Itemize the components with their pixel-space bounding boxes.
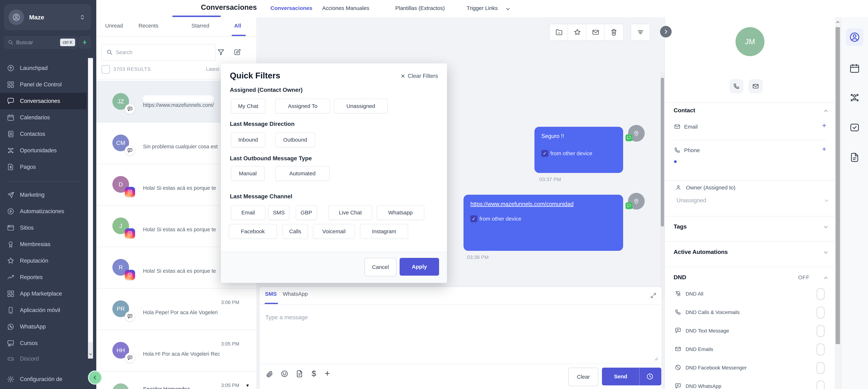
sidebar-item-conversations[interactable]: Conversaciones bbox=[0, 93, 87, 109]
agency-switcher[interactable]: Maze bbox=[4, 4, 91, 30]
chip-unassigned[interactable]: Unassigned bbox=[334, 99, 388, 114]
sidebar-item-contacts[interactable]: Contactos bbox=[0, 126, 87, 142]
chip-email[interactable]: Email bbox=[231, 205, 265, 220]
message-link[interactable]: https://www.mazefunnels.com/comunidad bbox=[470, 201, 608, 207]
sidebar-item-payments[interactable]: Pagos bbox=[0, 159, 87, 175]
conversation-row[interactable]: SH Sneider Hernandez 3:05 PM ▼ bbox=[96, 371, 256, 389]
chip-facebook[interactable]: Facebook bbox=[229, 224, 277, 239]
switcher-selector-icon[interactable] bbox=[79, 13, 86, 21]
conversation-row[interactable]: PR Hola Pepe! Por aca Ale Vogeleri 3:06 … bbox=[96, 288, 256, 330]
conversation-row[interactable]: HH Hola H! Por aca Ale Vogeleri Rec 3:05… bbox=[96, 330, 256, 371]
chip-inbound[interactable]: Inbound bbox=[231, 132, 265, 147]
owner-value[interactable]: Unassigned bbox=[677, 197, 706, 204]
sidebar-item-mobile-app[interactable]: Aplicación móvil bbox=[0, 302, 87, 318]
dnd-emails-toggle[interactable] bbox=[816, 343, 825, 356]
expand-composer-icon[interactable] bbox=[650, 292, 657, 299]
sidebar-item-courses[interactable]: Cursos bbox=[0, 335, 87, 351]
cancel-button[interactable]: Cancel bbox=[365, 258, 396, 276]
sidebar-item-reputation[interactable]: Reputación bbox=[0, 252, 87, 269]
chip-instagram[interactable]: Instagram bbox=[360, 224, 408, 239]
chevron-up-icon[interactable] bbox=[823, 275, 829, 281]
compose-new-message-icon[interactable] bbox=[234, 48, 241, 56]
rail-notes-tab[interactable] bbox=[849, 152, 860, 163]
delete-conversation-button[interactable] bbox=[604, 24, 623, 40]
chip-voicemail[interactable]: Voicemail bbox=[313, 224, 355, 239]
tab-starred[interactable]: Starred bbox=[191, 23, 209, 29]
chip-my-chat[interactable]: My Chat bbox=[231, 99, 265, 114]
sidebar-item-memberships[interactable]: Membresias bbox=[0, 236, 87, 252]
sidebar-search-input[interactable]: Buscar ctrl K bbox=[4, 36, 78, 49]
message-filter-button[interactable] bbox=[631, 24, 650, 40]
select-all-checkbox[interactable] bbox=[101, 65, 110, 74]
schedule-send-clock-icon[interactable] bbox=[646, 373, 654, 380]
sidebar-item-dashboard[interactable]: Panel de Control bbox=[0, 76, 87, 93]
sidebar-collapse-button[interactable] bbox=[88, 370, 102, 385]
contact-panel-scroll-up[interactable] bbox=[835, 18, 841, 26]
move-to-folder-button[interactable] bbox=[549, 24, 569, 40]
tab-conversaciones[interactable]: Conversaciones bbox=[270, 5, 312, 11]
tab-unread[interactable]: Unread bbox=[105, 23, 123, 29]
sidebar-item-opportunities[interactable]: Oportunidades bbox=[0, 142, 87, 159]
composer-tab-sms[interactable]: SMS bbox=[265, 291, 277, 297]
request-payment-icon[interactable]: $ bbox=[312, 369, 316, 378]
dnd-calls-toggle[interactable] bbox=[816, 307, 825, 319]
call-contact-button[interactable] bbox=[730, 79, 743, 93]
filter-funnel-icon[interactable] bbox=[217, 48, 225, 56]
chip-sms[interactable]: SMS bbox=[268, 205, 289, 220]
tags-section-header[interactable]: Tags bbox=[674, 223, 687, 230]
sidebar-item-launchpad[interactable]: Launchpad bbox=[0, 60, 87, 76]
dnd-whatsapp-toggle[interactable] bbox=[816, 381, 825, 389]
clear-button[interactable]: Clear bbox=[568, 368, 598, 386]
templates-icon[interactable] bbox=[296, 370, 304, 378]
dnd-facebook-toggle[interactable] bbox=[816, 362, 825, 374]
contact-section-header[interactable]: Contact bbox=[674, 107, 695, 114]
star-conversation-button[interactable] bbox=[567, 24, 587, 40]
chip-calls[interactable]: Calls bbox=[282, 224, 308, 239]
sidebar-item-settings[interactable]: Configuración de bbox=[0, 371, 87, 387]
attach-file-icon[interactable] bbox=[265, 370, 273, 378]
rail-contact-tab[interactable] bbox=[846, 28, 863, 46]
sidebar-item-whatsapp[interactable]: WhatsApp bbox=[0, 318, 87, 335]
chat-scrollbar-thumb[interactable] bbox=[661, 78, 664, 227]
dnd-section-header[interactable]: DND bbox=[674, 274, 686, 281]
sidebar-item-app-marketplace[interactable]: App Marketplace bbox=[0, 286, 87, 302]
tab-acciones-manuales[interactable]: Acciones Manuales bbox=[322, 5, 369, 11]
resize-handle-icon[interactable] bbox=[653, 355, 659, 361]
emoji-icon[interactable] bbox=[281, 370, 288, 378]
chip-live-chat[interactable]: Live Chat bbox=[329, 205, 372, 220]
email-contact-button[interactable] bbox=[749, 79, 763, 93]
conversation-search-input[interactable]: Search bbox=[101, 44, 216, 61]
sidebar-item-sites[interactable]: Sitios bbox=[0, 219, 87, 236]
rail-appointments-tab[interactable] bbox=[849, 63, 860, 74]
sidebar-item-automations[interactable]: Automatizaciones bbox=[0, 203, 87, 219]
chevron-down-icon[interactable] bbox=[823, 224, 829, 230]
sidebar-item-discord[interactable]: Discord bbox=[0, 351, 87, 367]
mark-unread-button[interactable] bbox=[586, 24, 605, 40]
chip-assigned-to[interactable]: Assigned To bbox=[275, 99, 330, 114]
collapse-contact-panel-button[interactable] bbox=[660, 26, 672, 37]
dnd-text-toggle[interactable] bbox=[816, 325, 825, 337]
chevron-up-icon[interactable] bbox=[823, 108, 829, 114]
add-more-icon[interactable]: + bbox=[325, 368, 330, 379]
rail-tasks-tab[interactable] bbox=[849, 122, 860, 133]
apply-button[interactable]: Apply bbox=[400, 258, 439, 276]
tab-trigger-links[interactable]: Trigger Links bbox=[467, 5, 498, 11]
chip-automated[interactable]: Automated bbox=[275, 166, 330, 181]
tab-all[interactable]: All bbox=[234, 23, 241, 29]
chip-whatsapp[interactable]: Whatsapp bbox=[377, 205, 424, 220]
sort-label[interactable]: Latest bbox=[206, 66, 219, 72]
chip-manual[interactable]: Manual bbox=[231, 166, 265, 181]
chip-gbp[interactable]: GBP bbox=[296, 205, 317, 220]
sidebar-item-calendars[interactable]: Calendarios bbox=[0, 109, 87, 126]
automations-section-header[interactable]: Active Automations bbox=[674, 249, 728, 256]
sidebar-scroll-down-arrow[interactable] bbox=[88, 351, 93, 358]
send-button[interactable]: Send bbox=[602, 368, 661, 385]
add-phone-button[interactable]: + bbox=[822, 145, 826, 153]
chip-outbound[interactable]: Outbound bbox=[275, 132, 315, 147]
chevron-down-icon[interactable] bbox=[824, 198, 830, 204]
quick-actions-button[interactable] bbox=[79, 36, 91, 49]
chevron-down-icon[interactable] bbox=[505, 6, 511, 12]
dnd-all-toggle[interactable] bbox=[816, 288, 825, 300]
chevron-down-icon[interactable] bbox=[823, 249, 829, 256]
rail-opportunities-tab[interactable] bbox=[849, 92, 860, 103]
